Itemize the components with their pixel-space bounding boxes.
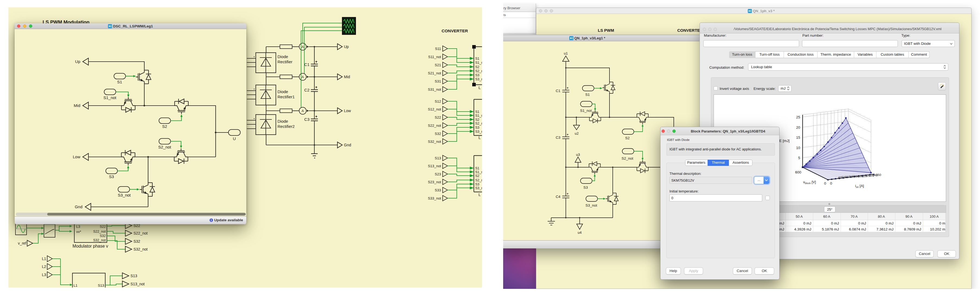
svg-text:5: 5 bbox=[798, 156, 800, 160]
svg-text:S23: S23 bbox=[435, 172, 441, 176]
svg-text:S32: S32 bbox=[435, 132, 441, 136]
svg-text:A: A bbox=[302, 109, 304, 113]
svg-text:S33_not: S33_not bbox=[428, 196, 441, 200]
svg-text:S13: S13 bbox=[98, 283, 104, 287]
svg-text:Low: Low bbox=[344, 109, 351, 113]
svg-text:u1: u1 bbox=[564, 51, 568, 55]
svg-text:S33: S33 bbox=[435, 188, 441, 192]
svg-text:ion [A]: ion [A] bbox=[855, 184, 864, 188]
svg-text:S2: S2 bbox=[625, 136, 630, 140]
svg-text:+: + bbox=[566, 192, 568, 196]
svg-text:150: 150 bbox=[876, 173, 881, 176]
svg-text:S3: S3 bbox=[475, 182, 479, 186]
svg-text:15: 15 bbox=[796, 136, 800, 139]
svg-text:A: A bbox=[302, 45, 304, 49]
svg-text:Mid: Mid bbox=[344, 75, 350, 79]
svg-text:Gnd: Gnd bbox=[344, 143, 351, 147]
svg-text:S3: S3 bbox=[475, 126, 479, 129]
svg-text:U: U bbox=[233, 136, 236, 141]
svg-text:CONVERTER: CONVERTER bbox=[442, 29, 468, 33]
svg-text:S2: S2 bbox=[162, 124, 167, 129]
svg-text:25: 25 bbox=[796, 115, 800, 119]
svg-text:Diode: Diode bbox=[277, 89, 288, 94]
svg-text:S11_not: S11_not bbox=[428, 55, 441, 59]
svg-text:S1_not: S1_not bbox=[580, 109, 592, 113]
svg-text:u4: u4 bbox=[578, 230, 582, 235]
svg-text:20: 20 bbox=[796, 125, 800, 129]
svg-text:S1_not: S1_not bbox=[103, 95, 116, 100]
svg-text:L3: L3 bbox=[42, 273, 46, 277]
svg-text:+: + bbox=[566, 86, 568, 90]
svg-text:C1: C1 bbox=[304, 62, 310, 67]
svg-text:10: 10 bbox=[796, 146, 800, 150]
svg-text:S3_not: S3_not bbox=[118, 193, 131, 197]
svg-text:C3: C3 bbox=[304, 117, 310, 121]
svg-text:S22_not: S22_not bbox=[428, 123, 441, 128]
svg-text:S2: S2 bbox=[475, 118, 479, 121]
svg-text:S31_not: S31_not bbox=[428, 88, 441, 91]
svg-text:+: + bbox=[315, 114, 317, 119]
svg-text:S21: S21 bbox=[435, 63, 441, 67]
svg-text:S1_not: S1_not bbox=[475, 61, 482, 65]
svg-text:S3: S3 bbox=[109, 174, 114, 179]
svg-text:L: L bbox=[479, 135, 480, 140]
svg-text:S13: S13 bbox=[435, 156, 441, 160]
svg-text:u3: u3 bbox=[576, 153, 580, 156]
svg-text:S32_not: S32_not bbox=[134, 247, 148, 251]
svg-text:S1: S1 bbox=[117, 80, 122, 84]
svg-text:+: + bbox=[315, 85, 317, 89]
svg-text:S31: S31 bbox=[435, 79, 441, 83]
svg-text:80: 80 bbox=[852, 175, 856, 178]
svg-text:vv*: vv* bbox=[76, 230, 81, 234]
svg-text:+: + bbox=[315, 59, 317, 64]
svg-text:L: L bbox=[479, 192, 480, 197]
svg-text:S32: S32 bbox=[134, 239, 140, 244]
svg-text:Up: Up bbox=[344, 45, 349, 49]
svg-text:vblock [V]: vblock [V] bbox=[803, 180, 816, 185]
svg-text:C1: C1 bbox=[556, 89, 560, 93]
svg-text:S2_not: S2_not bbox=[475, 69, 482, 73]
svg-text:L2: L2 bbox=[42, 264, 46, 269]
svg-text:Rectifier1: Rectifier1 bbox=[277, 94, 294, 99]
svg-text:S32_not: S32_not bbox=[428, 139, 441, 144]
svg-text:S3_not: S3_not bbox=[475, 77, 482, 81]
svg-text:L1: L1 bbox=[73, 283, 77, 287]
svg-text:C2: C2 bbox=[304, 88, 310, 92]
svg-text:Up: Up bbox=[75, 59, 80, 64]
svg-text:S2_not: S2_not bbox=[622, 156, 633, 160]
svg-text:S13_not: S13_not bbox=[428, 164, 441, 168]
svg-text:S3: S3 bbox=[475, 73, 479, 77]
svg-text:S12_not: S12_not bbox=[428, 107, 441, 111]
svg-text:L: L bbox=[479, 85, 480, 90]
svg-text:E [mJ]: E [mJ] bbox=[779, 139, 789, 143]
svg-text:S32: S32 bbox=[100, 234, 106, 238]
svg-text:S13_not: S13_not bbox=[130, 282, 145, 286]
svg-text:S1: S1 bbox=[475, 166, 479, 170]
svg-text:Diode: Diode bbox=[277, 54, 288, 59]
svg-text:+: + bbox=[566, 133, 568, 137]
svg-text:0: 0 bbox=[830, 181, 832, 185]
svg-text:0: 0 bbox=[824, 181, 826, 185]
svg-text:50: 50 bbox=[842, 176, 845, 179]
svg-text:S11: S11 bbox=[435, 47, 441, 51]
svg-text:u2: u2 bbox=[575, 131, 579, 136]
svg-text:S2_not: S2_not bbox=[475, 121, 482, 125]
svg-text:Rectifier2: Rectifier2 bbox=[277, 124, 294, 129]
svg-text:S1: S1 bbox=[475, 110, 479, 114]
svg-text:S3_not: S3_not bbox=[475, 186, 482, 190]
svg-text:S22: S22 bbox=[100, 225, 106, 228]
svg-text:S2: S2 bbox=[475, 65, 479, 69]
svg-text:S3: S3 bbox=[584, 185, 588, 190]
svg-text:Low: Low bbox=[73, 155, 80, 159]
svg-text:S22_not: S22_not bbox=[93, 230, 106, 233]
svg-text:Diode: Diode bbox=[277, 119, 288, 123]
svg-text:v_ref: v_ref bbox=[18, 241, 26, 246]
svg-text:Gnd: Gnd bbox=[75, 204, 83, 209]
svg-text:S2_not: S2_not bbox=[475, 178, 482, 182]
svg-text:Mid: Mid bbox=[74, 103, 80, 108]
svg-text:70: 70 bbox=[849, 175, 852, 178]
svg-text:60: 60 bbox=[845, 176, 849, 179]
svg-text:S1: S1 bbox=[585, 93, 590, 97]
svg-text:S23_not: S23_not bbox=[428, 180, 441, 184]
svg-text:C4: C4 bbox=[556, 195, 561, 199]
